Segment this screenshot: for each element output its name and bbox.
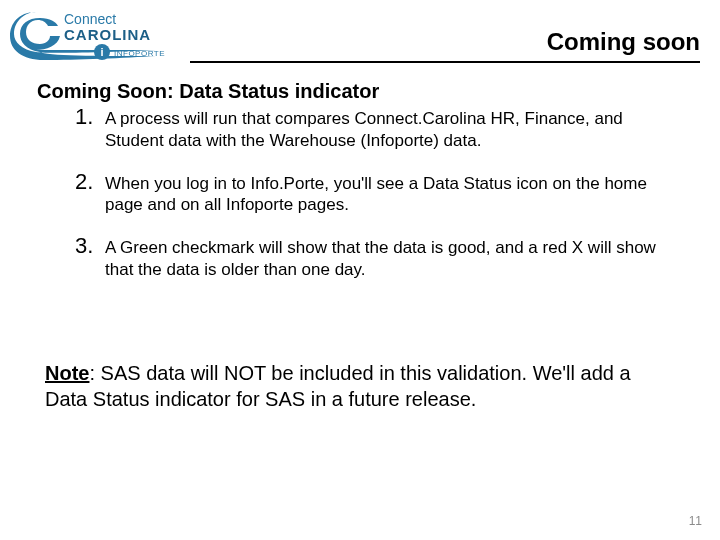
note-body: : SAS data will NOT be included in this … bbox=[45, 362, 631, 410]
list-item-text: A Green checkmark will show that the dat… bbox=[105, 234, 680, 281]
connect-carolina-logo: Connect CAROLINA i INFOPORTE bbox=[6, 6, 186, 64]
list-item: 3. A Green checkmark will show that the … bbox=[75, 234, 680, 281]
list-item-number: 3. bbox=[75, 234, 105, 258]
subtitle-rest: Data Status indicator bbox=[174, 80, 380, 102]
svg-text:i: i bbox=[100, 46, 103, 58]
header-divider bbox=[190, 61, 700, 63]
numbered-list: 1. A process will run that compares Conn… bbox=[75, 105, 680, 299]
subtitle-lead: Coming Soon: bbox=[37, 80, 174, 102]
logo-text-secondary: CAROLINA bbox=[64, 26, 151, 43]
list-item-text: When you log in to Info.Porte, you'll se… bbox=[105, 170, 680, 217]
logo-badge-text: INFOPORTE bbox=[114, 49, 165, 58]
list-item-number: 1. bbox=[75, 105, 105, 129]
slide-title: Coming soon bbox=[547, 28, 700, 56]
slide-header: Connect CAROLINA i INFOPORTE Coming soon bbox=[0, 6, 720, 68]
list-item: 1. A process will run that compares Conn… bbox=[75, 105, 680, 152]
subtitle: Coming Soon: Data Status indicator bbox=[37, 80, 379, 103]
list-item-number: 2. bbox=[75, 170, 105, 194]
page-number: 11 bbox=[689, 514, 702, 528]
list-item: 2. When you log in to Info.Porte, you'll… bbox=[75, 170, 680, 217]
logo-text-primary: Connect bbox=[64, 11, 116, 27]
note-lead: Note bbox=[45, 362, 89, 384]
note-paragraph: Note: SAS data will NOT be included in t… bbox=[45, 360, 675, 412]
list-item-text: A process will run that compares Connect… bbox=[105, 105, 680, 152]
